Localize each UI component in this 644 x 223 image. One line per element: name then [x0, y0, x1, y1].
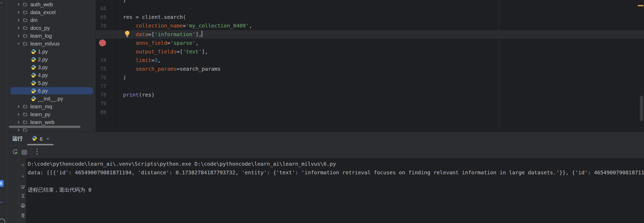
close-icon[interactable]: ✕ [46, 136, 49, 142]
tree-row[interactable]: learn_web [7, 118, 96, 126]
code-text: output_fields=['text'], [123, 47, 208, 56]
stop-button[interactable] [21, 150, 27, 155]
code-text: res = client.search( [123, 13, 186, 21]
tree-row-label: learn_log [30, 32, 52, 40]
run-tab-6[interactable]: 6 ✕ [27, 132, 54, 145]
chevron-right-icon[interactable] [16, 2, 21, 7]
chevron-right-icon[interactable] [16, 104, 21, 109]
chevron-right-icon[interactable] [16, 42, 21, 46]
chevron-right-icon[interactable] [16, 34, 21, 38]
code-text: search_params=search_params [123, 65, 221, 73]
tree-row[interactable]: auth_web [7, 1, 96, 8]
tree-row[interactable]: learn_mq [7, 103, 96, 110]
tree-row-label: docs_py [30, 24, 50, 32]
chevron-right-icon[interactable] [16, 10, 21, 14]
python-file-icon [31, 96, 36, 101]
stripe-dot [1, 2, 2, 3]
tree-row-label: learn_py [30, 110, 50, 118]
ide-root: { "sidebar": { "items": [ {"label":"auth… [0, 0, 644, 223]
tree-row-label: learn_web [30, 118, 54, 126]
run-left-border [19, 132, 19, 223]
package-tool-icon[interactable] [0, 180, 4, 187]
toolbar-separator [31, 148, 31, 156]
tree-row[interactable]: 2.py [7, 55, 96, 63]
folder-icon [23, 104, 27, 109]
console-output[interactable]: D:\code\pythoncode\learn_ai\.venv\Script… [26, 158, 644, 223]
more-options-kebab-icon[interactable] [34, 148, 40, 155]
tree-row-label: __init__.py [38, 95, 63, 103]
code-line: 72 data=['information'], [96, 30, 644, 39]
tree-row[interactable]: learn_py [7, 110, 96, 118]
code-text: print(res) [123, 91, 154, 99]
tree-row-label: 1.py [38, 48, 48, 55]
tree-row-selection [10, 87, 93, 94]
line-number[interactable]: 80 [96, 108, 106, 116]
chevron-right-icon[interactable] [16, 26, 21, 30]
print-icon[interactable] [20, 203, 26, 208]
tree-row-selection [10, 48, 93, 55]
tree-row-label: learn_milvus [30, 40, 60, 48]
python-file-icon [31, 73, 36, 78]
tree-row-label: 5.py [38, 79, 48, 87]
tree-row[interactable]: 6.py [7, 87, 96, 95]
python-file-icon [31, 88, 36, 93]
breakpoint-icon[interactable] [99, 40, 106, 46]
folder-icon [23, 120, 27, 124]
back-arrow-icon[interactable]: ← [0, 198, 5, 204]
clear-trash-icon[interactable] [20, 213, 26, 218]
tree-row-selection [10, 79, 93, 87]
code-text: ) [123, 73, 126, 82]
folder-icon [23, 128, 27, 132]
tree-row[interactable]: 5.py [7, 79, 96, 87]
tree-row-selection [10, 56, 93, 63]
tree-row[interactable]: __init__.py [7, 95, 96, 103]
folder-icon [23, 112, 27, 116]
python-file-icon [31, 49, 36, 54]
tree-row[interactable]: dm [7, 16, 96, 24]
up-arrow-icon[interactable] [20, 163, 26, 168]
code-line: 78 [96, 82, 644, 91]
code-text: collection_name='my_collection_0409', [123, 21, 252, 30]
tree-row-label: data_excel [30, 8, 56, 16]
code-line: anns_field='sparse', [96, 39, 644, 47]
chevron-right-icon[interactable] [16, 120, 21, 124]
code-text: data=['information'], [123, 30, 202, 39]
python-file-icon [31, 80, 36, 86]
tree-row[interactable]: docs_py [7, 24, 96, 32]
code-text: } [123, 0, 126, 4]
code-text: limit=3, [123, 56, 161, 65]
console-line: 进程已结束，退出代码为 0 [28, 186, 91, 194]
soft-wrap-icon[interactable] [20, 185, 26, 190]
tree-row-label: 6.py [38, 87, 48, 95]
folder-icon [23, 10, 27, 14]
tree-row-label: learn_mq [30, 103, 52, 110]
code-editor[interactable]: 68 } 69 70 res = client.search( 71 colle… [96, 0, 644, 132]
chevron-right-icon[interactable] [16, 128, 21, 132]
code-line: 68 } [96, 0, 644, 4]
rerun-button[interactable] [12, 148, 19, 155]
code-text: anns_field='sparse', [123, 39, 199, 47]
code-line: 71 collection_name='my_collection_0409', [96, 21, 644, 30]
down-arrow-icon[interactable] [20, 173, 26, 179]
scroll-to-end-icon[interactable] [20, 193, 26, 198]
chevron-right-icon[interactable] [16, 112, 21, 116]
tree-row[interactable]: learn_log [7, 32, 96, 40]
tree-row[interactable]: 1.py [7, 48, 96, 55]
tree-row[interactable]: data_excel [7, 8, 96, 16]
console-line: D:\code\pythoncode\learn_ai\.venv\Script… [28, 160, 336, 168]
tree-horizontal-scrollbar[interactable] [9, 126, 80, 128]
tree-row[interactable]: learn_milvus [7, 40, 96, 48]
tree-row-label: 4.py [38, 71, 48, 79]
help-circle-icon[interactable] [0, 219, 5, 223]
folder-icon [23, 2, 27, 7]
project-tree[interactable]: auth_web data_excel [7, 0, 96, 132]
chevron-right-icon[interactable] [16, 18, 21, 22]
tree-row[interactable]: 3.py [7, 63, 96, 71]
intention-bulb-icon[interactable] [124, 30, 131, 38]
active-tab-underline [27, 144, 54, 145]
text-caret [202, 31, 202, 37]
tree-row[interactable]: 4.py [7, 71, 96, 79]
editor-scrollbar[interactable] [640, 96, 643, 121]
console-line: data: [[{'id': 465490079081871194, 'dist… [28, 168, 644, 177]
tree-row-selection [10, 71, 93, 79]
